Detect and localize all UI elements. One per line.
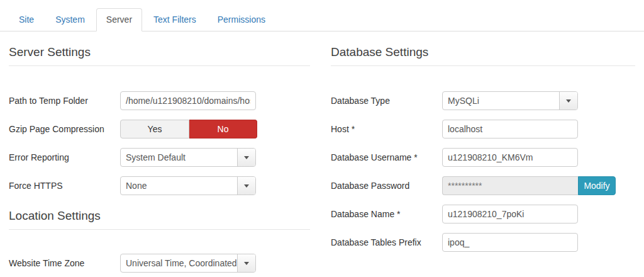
database-type-label: Database Type <box>331 96 442 106</box>
server-settings-title: Server Settings <box>9 45 310 66</box>
database-username-label: Database Username * <box>331 152 442 163</box>
field-database-username: Database Username * <box>331 148 635 167</box>
force-https-value: None <box>121 177 237 195</box>
caret-down-icon <box>244 156 249 159</box>
database-name-input[interactable] <box>442 205 578 223</box>
database-tables-prefix-label: Database Tables Prefix <box>331 237 442 248</box>
error-reporting-select[interactable]: System Default <box>120 148 256 167</box>
tab-text-filters[interactable]: Text Filters <box>143 8 206 31</box>
modify-password-button[interactable]: Modify <box>578 176 616 195</box>
database-username-input[interactable] <box>442 148 578 167</box>
force-https-select[interactable]: None <box>120 176 256 195</box>
host-input[interactable] <box>442 120 578 138</box>
field-website-timezone: Website Time Zone Universal Time, Coordi… <box>9 254 310 273</box>
field-gzip-compression: Gzip Page Compression Yes No <box>9 120 310 138</box>
force-https-label: Force HTTPS <box>9 181 120 191</box>
database-type-select[interactable]: MySQLi <box>442 91 578 110</box>
caret-down-icon <box>244 262 249 265</box>
website-timezone-value: Universal Time, Coordinated ... <box>121 254 237 272</box>
gzip-toggle-group: Yes No <box>120 120 257 138</box>
path-temp-folder-input[interactable] <box>120 91 256 110</box>
right-column: Database Settings Database Type MySQLi H… <box>322 31 635 277</box>
field-force-https: Force HTTPS None <box>9 176 310 195</box>
database-tables-prefix-input[interactable] <box>442 233 578 252</box>
left-column: Server Settings Path to Temp Folder Gzip… <box>9 31 322 277</box>
field-database-name: Database Name * <box>331 205 635 223</box>
tab-server[interactable]: Server <box>96 8 142 31</box>
host-label: Host * <box>331 124 442 135</box>
website-timezone-caret-button[interactable] <box>237 254 255 272</box>
field-database-type: Database Type MySQLi <box>331 91 635 110</box>
field-database-tables-prefix: Database Tables Prefix <box>331 233 635 252</box>
force-https-caret-button[interactable] <box>237 177 255 195</box>
error-reporting-caret-button[interactable] <box>237 149 255 166</box>
database-password-group: Modify <box>442 176 616 195</box>
tab-permissions[interactable]: Permissions <box>208 8 275 31</box>
database-password-input <box>442 176 578 195</box>
database-type-value: MySQLi <box>443 92 559 110</box>
tab-system[interactable]: System <box>45 8 95 31</box>
error-reporting-label: Error Reporting <box>9 152 120 163</box>
website-timezone-select[interactable]: Universal Time, Coordinated ... <box>120 254 256 273</box>
database-name-label: Database Name * <box>331 209 442 220</box>
error-reporting-value: System Default <box>121 149 237 166</box>
database-type-caret-button[interactable] <box>559 92 577 110</box>
path-temp-folder-label: Path to Temp Folder <box>9 96 120 106</box>
gzip-yes-button[interactable]: Yes <box>120 120 189 138</box>
database-settings-title: Database Settings <box>331 45 635 66</box>
gzip-compression-label: Gzip Page Compression <box>9 124 120 135</box>
field-error-reporting: Error Reporting System Default <box>9 148 310 167</box>
field-database-password: Database Password Modify <box>331 176 635 195</box>
caret-down-icon <box>566 99 571 103</box>
field-path-temp-folder: Path to Temp Folder <box>9 91 310 110</box>
server-tab-panel: Server Settings Path to Temp Folder Gzip… <box>0 31 644 277</box>
gzip-no-button[interactable]: No <box>189 120 257 138</box>
tab-site[interactable]: Site <box>9 8 44 31</box>
settings-tabbar: Site System Server Text Filters Permissi… <box>0 8 644 31</box>
location-settings-title: Location Settings <box>9 208 310 230</box>
website-timezone-label: Website Time Zone <box>9 258 120 269</box>
field-host: Host * <box>331 120 635 138</box>
caret-down-icon <box>244 184 249 188</box>
database-password-label: Database Password <box>331 181 442 191</box>
